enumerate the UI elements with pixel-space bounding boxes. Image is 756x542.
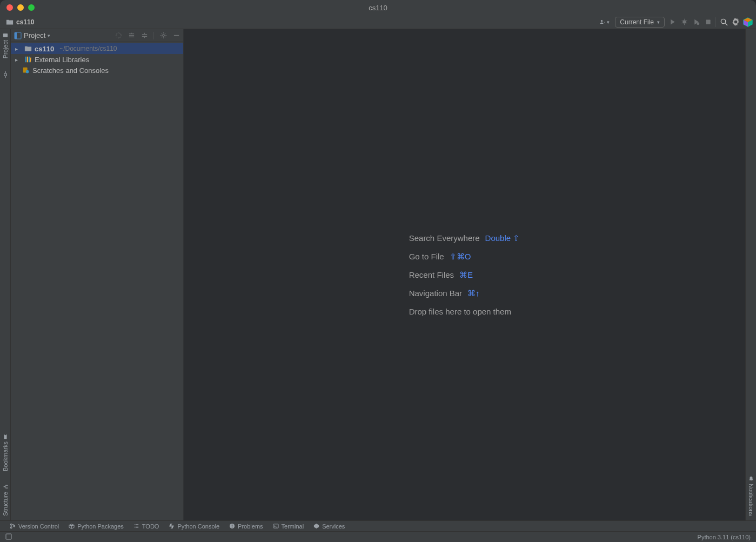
stop-button[interactable] [704, 18, 712, 26]
svg-rect-20 [29, 57, 30, 63]
svg-point-10 [4, 73, 6, 76]
hint-navigation-bar: Navigation Bar ⌘↑ [409, 289, 520, 298]
svg-rect-15 [15, 32, 17, 39]
project-tool-window: Project ▾ ▸ cs110 ~/Documents/cs110 ▸ [11, 29, 184, 520]
chevron-right-icon[interactable]: ▸ [15, 46, 22, 52]
svg-rect-9 [3, 34, 7, 37]
svg-point-16 [116, 33, 121, 38]
scratch-icon [22, 66, 30, 75]
settings-icon[interactable] [731, 18, 740, 26]
svg-point-1 [683, 20, 686, 24]
svg-point-2 [697, 22, 699, 25]
breadcrumb-project[interactable]: cs110 [16, 18, 34, 26]
chevron-down-icon: ▾ [657, 19, 660, 25]
project-tree: ▸ cs110 ~/Documents/cs110 ▸ External Lib… [11, 42, 183, 520]
commit-tool-icon[interactable] [2, 71, 9, 78]
tree-external-libraries[interactable]: ▸ External Libraries [11, 54, 183, 65]
version-control-tab[interactable]: Version Control [10, 523, 59, 530]
chevron-right-icon[interactable]: ▸ [15, 57, 22, 63]
search-icon[interactable] [719, 18, 728, 26]
gear-icon[interactable] [159, 32, 167, 39]
tree-root-path: ~/Documents/cs110 [59, 45, 117, 52]
tree-item-label: External Libraries [35, 56, 89, 64]
svg-point-23 [26, 70, 29, 73]
code-with-me-button[interactable]: ▾ [596, 18, 612, 26]
tree-root-name: cs110 [35, 45, 54, 53]
drop-files-hint: Drop files here to open them [409, 307, 520, 316]
collapse-all-icon[interactable] [141, 32, 148, 39]
status-bar-left[interactable] [5, 533, 12, 541]
bottom-tool-tabs: Version Control Python Packages TODO Pyt… [0, 520, 756, 531]
problems-tab[interactable]: Problems [229, 523, 263, 530]
hint-search-everywhere: Search Everywhere Double ⇧ [409, 233, 520, 243]
svg-rect-32 [6, 534, 11, 539]
svg-rect-18 [25, 57, 26, 63]
project-view-icon [14, 32, 22, 39]
titlebar: cs110 [0, 0, 756, 15]
interpreter-status[interactable]: Python 3.11 (cs110) [698, 534, 751, 540]
bookmarks-tool-tab[interactable]: Bookmarks [2, 434, 9, 471]
structure-tool-tab[interactable]: Structure [2, 484, 9, 516]
expand-all-icon[interactable] [128, 32, 135, 39]
right-tool-gutter: Notifications [745, 29, 756, 520]
svg-rect-13 [3, 487, 4, 488]
svg-rect-21 [30, 57, 31, 62]
separator [715, 17, 716, 27]
folder-icon [5, 18, 14, 26]
library-icon [24, 55, 32, 64]
minimize-window-button[interactable] [17, 4, 24, 11]
tree-scratches[interactable]: Scratches and Consoles [11, 65, 183, 76]
python-packages-tab[interactable]: Python Packages [69, 523, 124, 530]
python-console-tab[interactable]: Python Console [169, 523, 219, 530]
hint-recent-files: Recent Files ⌘E [409, 270, 520, 280]
run-button[interactable] [668, 18, 677, 26]
project-panel-title[interactable]: Project [24, 31, 45, 39]
svg-rect-19 [27, 57, 28, 63]
svg-point-4 [721, 19, 725, 23]
select-opened-file-icon[interactable] [115, 32, 122, 39]
chevron-down-icon[interactable]: ▾ [48, 33, 50, 38]
terminal-tab[interactable]: Terminal [273, 523, 304, 530]
empty-editor-hints: Search Everywhere Double ⇧ Go to File ⇧⌘… [409, 233, 520, 316]
maximize-window-button[interactable] [28, 4, 35, 11]
editor-area[interactable]: Search Everywhere Double ⇧ Go to File ⇧⌘… [184, 29, 745, 520]
run-config-label: Current File [620, 18, 654, 26]
run-configuration-dropdown[interactable]: Current File ▾ [615, 17, 665, 28]
tree-item-label: Scratches and Consoles [32, 66, 109, 75]
project-panel-header: Project ▾ [11, 29, 183, 42]
close-window-button[interactable] [6, 4, 13, 11]
status-bar: Python 3.11 (cs110) [0, 531, 756, 542]
separator [153, 32, 154, 39]
svg-rect-29 [232, 527, 232, 527]
svg-point-24 [10, 524, 12, 525]
more-actions-button[interactable] [692, 18, 700, 26]
navigation-bar: cs110 ▾ Current File ▾ [0, 15, 756, 29]
debug-button[interactable] [680, 18, 688, 26]
project-tool-tab[interactable]: Project [2, 32, 9, 58]
window-title: cs110 [369, 4, 387, 12]
svg-marker-31 [314, 524, 319, 528]
notifications-tool-tab[interactable]: Notifications [748, 476, 754, 516]
tool-windows-icon[interactable] [5, 533, 12, 540]
svg-rect-3 [706, 19, 710, 24]
hide-panel-icon[interactable] [172, 32, 180, 39]
todo-tab[interactable]: TODO [133, 523, 159, 530]
hint-go-to-file: Go to File ⇧⌘O [409, 252, 520, 262]
tree-project-root[interactable]: ▸ cs110 ~/Documents/cs110 [11, 43, 183, 54]
window-controls [6, 4, 35, 11]
svg-rect-30 [273, 524, 278, 528]
jetbrains-toolbox-icon[interactable] [743, 17, 753, 27]
svg-point-25 [10, 527, 12, 528]
svg-rect-28 [232, 525, 232, 527]
svg-point-0 [601, 20, 603, 22]
folder-icon [24, 44, 32, 53]
services-tab[interactable]: Services [313, 523, 345, 530]
left-tool-gutter: Project Bookmarks Structure [0, 29, 11, 520]
svg-point-17 [162, 35, 164, 37]
